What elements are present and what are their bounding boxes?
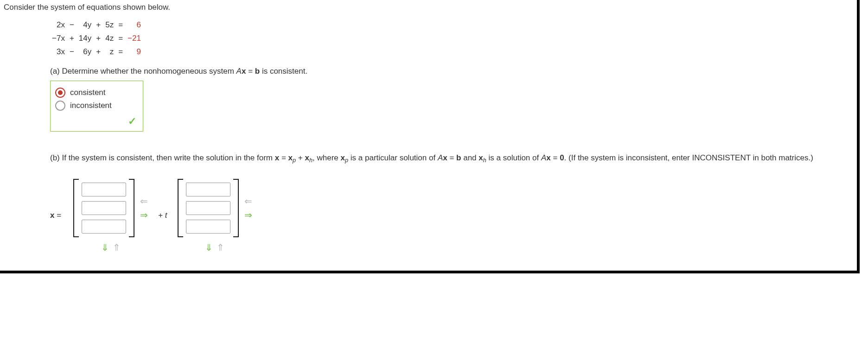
expand-cols-icon[interactable]: ⇒ bbox=[244, 210, 252, 220]
equation-system: 2x− 4y+ 5z= 6 −7x+ 14y+ 4z= −21 3x− 6y+ … bbox=[50, 18, 853, 59]
radio-label: inconsistent bbox=[70, 101, 112, 110]
xp-matrix bbox=[73, 179, 134, 237]
part-b-question: (b) If the system is consistent, then wr… bbox=[50, 150, 853, 166]
xp-entry-1[interactable] bbox=[82, 183, 126, 196]
radio-label: consistent bbox=[70, 88, 106, 97]
radio-icon bbox=[55, 101, 65, 111]
radio-group-consistency: consistent inconsistent ✓ bbox=[50, 81, 143, 132]
shrink-cols-icon[interactable]: ⇐ bbox=[140, 196, 148, 206]
xh-entry-2[interactable] bbox=[186, 201, 230, 215]
xh-entry-3[interactable] bbox=[186, 220, 230, 234]
equation-row-3: 3x− 6y+ z= 9 bbox=[51, 45, 142, 58]
expand-cols-icon[interactable]: ⇒ bbox=[140, 210, 148, 220]
shrink-rows-icon[interactable]: ⇑ bbox=[217, 243, 224, 252]
equation-row-1: 2x− 4y+ 5z= 6 bbox=[51, 19, 142, 31]
intro-text: Consider the system of equations shown b… bbox=[4, 3, 853, 12]
radio-option-consistent[interactable]: consistent bbox=[55, 88, 136, 98]
radio-option-inconsistent[interactable]: inconsistent bbox=[55, 101, 136, 111]
xp-entry-3[interactable] bbox=[82, 220, 126, 234]
plus-t-label: + t bbox=[158, 211, 167, 220]
expand-rows-icon[interactable]: ⇓ bbox=[101, 243, 109, 252]
xh-matrix bbox=[178, 179, 239, 237]
shrink-cols-icon[interactable]: ⇐ bbox=[244, 196, 252, 206]
part-a-question: (a) Determine whether the nonhomogeneous… bbox=[50, 67, 853, 76]
solution-equation: x = ⇐ ⇒ bbox=[50, 179, 853, 252]
xp-entry-2[interactable] bbox=[82, 201, 126, 215]
equation-row-2: −7x+ 14y+ 4z= −21 bbox=[51, 32, 142, 44]
xh-entry-1[interactable] bbox=[186, 183, 230, 196]
shrink-rows-icon[interactable]: ⇑ bbox=[113, 243, 121, 252]
check-icon: ✓ bbox=[128, 115, 136, 127]
radio-icon bbox=[55, 88, 65, 98]
expand-rows-icon[interactable]: ⇓ bbox=[205, 243, 213, 252]
